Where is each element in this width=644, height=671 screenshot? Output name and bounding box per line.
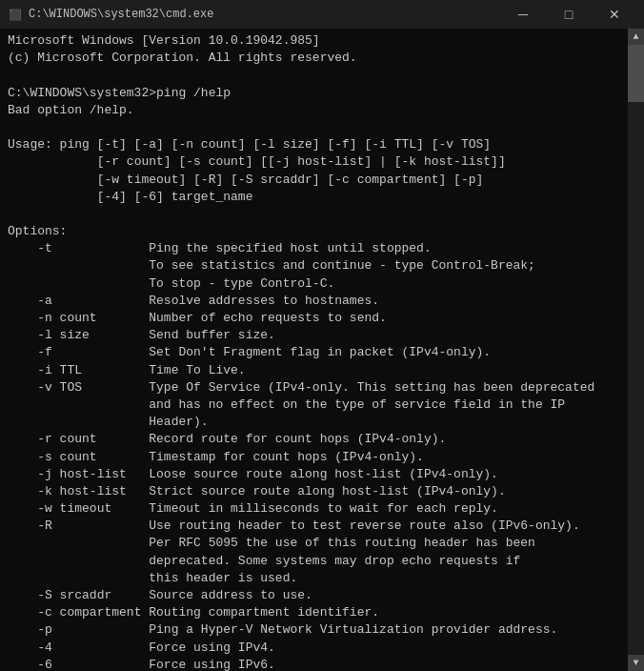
minimize-button[interactable]: ─ [501, 0, 545, 29]
cmd-icon: ⬛ [8, 7, 23, 22]
maximize-button[interactable]: □ [547, 0, 591, 29]
terminal-output[interactable]: Microsoft Windows [Version 10.0.19042.98… [0, 29, 628, 671]
scroll-up-arrow[interactable]: ▲ [628, 29, 644, 45]
close-button[interactable]: ✕ [593, 0, 636, 29]
scroll-down-arrow[interactable]: ▼ [628, 655, 644, 671]
scroll-track[interactable] [628, 45, 644, 655]
content-area: Microsoft Windows [Version 10.0.19042.98… [0, 29, 644, 671]
terminal-text: Microsoft Windows [Version 10.0.19042.98… [8, 32, 620, 671]
window-controls: ─ □ ✕ [501, 0, 636, 29]
scrollbar[interactable]: ▲ ▼ [628, 29, 644, 671]
scroll-thumb[interactable] [628, 45, 644, 102]
title-bar: ⬛ C:\WINDOWS\system32\cmd.exe ─ □ ✕ [0, 0, 644, 29]
title-bar-left: ⬛ C:\WINDOWS\system32\cmd.exe [8, 7, 213, 22]
window-title: C:\WINDOWS\system32\cmd.exe [29, 8, 213, 21]
cmd-window: ⬛ C:\WINDOWS\system32\cmd.exe ─ □ ✕ Micr… [0, 0, 644, 671]
